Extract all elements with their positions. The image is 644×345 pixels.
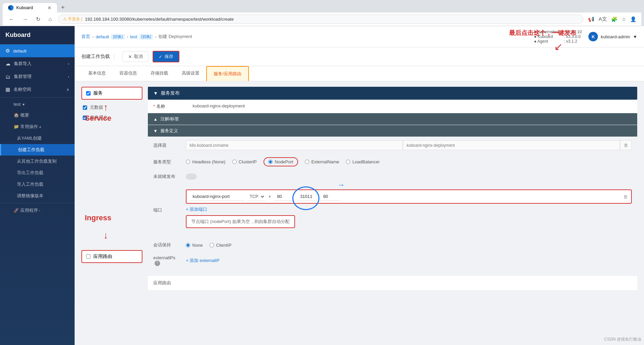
service-type-nodeport[interactable]: NodePort (264, 157, 298, 166)
breadcrumb-test[interactable]: test (130, 34, 137, 39)
annotations-header[interactable]: ▲ 注解/标签 (148, 113, 637, 125)
port-protocol-select[interactable]: TCP (247, 192, 265, 201)
new-tab-button[interactable]: + (58, 3, 67, 13)
translate-icon[interactable]: A文 (598, 15, 608, 23)
back-button[interactable]: ← (7, 16, 16, 23)
port-delete-button[interactable]: 🗑 (623, 194, 628, 199)
user-info[interactable]: K kuboard-admin ▼ (588, 32, 637, 41)
annotations-title: 注解/标签 (160, 116, 179, 122)
app-route-checkbox[interactable] (86, 254, 91, 259)
breadcrumb-switch-tag-1[interactable]: [切换] (111, 34, 124, 40)
cancel-button[interactable]: ✕ 取消 (122, 51, 149, 62)
port-name-input[interactable] (190, 192, 244, 201)
service-def-label: 服务定义 (90, 115, 108, 121)
breadcrumb-current: 创建 Deployment (158, 34, 192, 40)
sidebar-item-cluster-manage[interactable]: 🗂 集群管理 › (0, 70, 75, 83)
add-external-ip-button[interactable]: + 添加 externalIP (186, 258, 219, 264)
home-icon: 🏠 (14, 113, 19, 118)
service-type-radio-group: Headless (None) ClusterIP NodePort Exter… (186, 157, 632, 166)
service-type-externalname[interactable]: ExternalName (305, 159, 339, 164)
sidebar-item-create-workload[interactable]: 创建工作负载 (0, 144, 75, 156)
header-bar: 首页 › default [切换] › test [切换] › 创建 Deplo… (75, 26, 644, 47)
sidebar-item-adjust-image[interactable]: 调整镜像版本 (0, 190, 75, 202)
external-ips-content: + 添加 externalIP (186, 258, 219, 264)
save-button[interactable]: ✓ 保存 (153, 51, 179, 62)
service-def-checkbox[interactable] (83, 116, 87, 120)
breadcrumb-home[interactable]: 首页 (81, 34, 90, 40)
collapse-icon[interactable]: ▼ (153, 90, 158, 96)
sidebar-item-import-workload[interactable]: 导入工作负载 (0, 179, 75, 190)
tab-advanced-settings[interactable]: 高级设置 (175, 66, 206, 81)
selector-row: 选择器 🗑 (148, 137, 637, 154)
tab-favicon: K (8, 5, 14, 11)
left-panel: 服务 ↑ Service 元数据 服务定 (81, 87, 142, 270)
browser-tab[interactable]: K Kuboard ✕ (3, 3, 57, 13)
collapse-icon-annotations: ▲ (153, 117, 158, 122)
sidebar-item-cluster-import[interactable]: ☁ 集群导入 › (0, 57, 75, 70)
tab-title: Kuboard (16, 5, 33, 10)
home-button[interactable]: ⌂ (46, 16, 54, 23)
rocket-icon: 🚀 (14, 208, 19, 213)
browser-extension-icon[interactable]: 🧩 (610, 16, 618, 23)
tabs: 基本信息 容器信息 存储挂载 高级设置 服务/应用路由 (75, 66, 644, 81)
service-publish-header[interactable]: ▼ 服务发布 (148, 87, 637, 100)
tab-close-button[interactable]: ✕ (47, 5, 52, 11)
sidebar-item-namespace[interactable]: ▦ 名称空间 ∧ (0, 83, 75, 96)
sidebar-item-default[interactable]: ⚙ default (0, 44, 75, 57)
service-type-loadbalancer[interactable]: LoadBalancer (346, 159, 379, 164)
metadata-label: 元数据 (90, 104, 103, 110)
external-ips-label: externalIPs ? (153, 255, 180, 266)
port-node-container: → (297, 192, 318, 201)
sidebar-item-overview[interactable]: 🏠 概要 (0, 109, 75, 121)
sidebar: Kuboard ⚙ default ☁ 集群导入 › 🗂 集群管理 › ▦ 名称… (0, 26, 75, 345)
sidebar-item-common-ops[interactable]: 📁 常用操作 ∧ (0, 121, 75, 133)
selector-value-input[interactable] (403, 140, 620, 150)
sidebar-item-label: default (13, 48, 26, 54)
settings-icon: ⚙ (5, 48, 10, 54)
grid-icon: ▦ (5, 86, 10, 93)
selector-delete-button[interactable]: 🗑 (620, 140, 632, 150)
metadata-checkbox[interactable] (83, 105, 87, 110)
session-radio-group: None ClientIP (186, 243, 632, 248)
user-profile-icon[interactable]: 👤 (629, 16, 637, 23)
forward-button[interactable]: → (20, 16, 30, 23)
external-ips-help-icon[interactable]: ? (155, 261, 160, 266)
breadcrumb-switch-tag-2[interactable]: [切换] (139, 34, 153, 40)
port-row: TCP ▼ (186, 189, 632, 204)
add-port-button[interactable]: + 添加端口 (186, 206, 207, 212)
session-row: 会话保持 None ClientIP (148, 239, 637, 252)
toolbar: 创建工作负载 ✕ 取消 ✓ 保存 (75, 47, 644, 66)
sidebar-item-app[interactable]: 🚀 应用程序 › (0, 205, 75, 216)
port-node-input[interactable] (297, 192, 318, 201)
service-type-clusterip[interactable]: ClusterIP (232, 159, 257, 164)
sidebar-item-test[interactable]: test ▼ (0, 99, 75, 109)
port-target-input[interactable] (320, 192, 341, 201)
tab-basic-info[interactable]: 基本信息 (81, 66, 113, 81)
session-none[interactable]: None (186, 243, 203, 248)
port-container-input[interactable] (274, 192, 295, 201)
read-aloud-icon[interactable]: 📢 (587, 16, 595, 23)
address-bar[interactable]: ⚠ 不安全 | 192.168.184.100:30080/kubernetes… (58, 15, 583, 24)
breadcrumb-default[interactable]: default (96, 34, 109, 39)
refresh-button[interactable]: ↻ (34, 15, 42, 23)
service-checkbox[interactable] (86, 91, 91, 96)
watermark: CSDN @摸鱼打酱油 (604, 337, 641, 342)
sidebar-item-yaml-create[interactable]: 从YAML创建 (0, 133, 75, 144)
selector-key-input[interactable] (186, 140, 403, 150)
protocol-arrow: ▼ (268, 195, 272, 199)
chevron-right-icon: › (68, 62, 69, 66)
service-def-header[interactable]: ▼ 服务定义 (148, 125, 637, 137)
save-check-icon: ✓ (159, 54, 162, 59)
unpublished-toggle[interactable] (186, 174, 197, 180)
service-type-headless[interactable]: Headless (None) (186, 159, 226, 164)
favorites-icon[interactable]: ☆ (621, 16, 627, 23)
sidebar-item-copy-workload[interactable]: 从其他工作负载复制 (0, 156, 75, 167)
tab-service-route[interactable]: 服务/应用路由 (206, 66, 249, 81)
tab-container-info[interactable]: 容器信息 (113, 66, 144, 81)
session-label: 会话保持 (153, 242, 180, 248)
sidebar-item-export-workload[interactable]: 导出工作负载 (0, 167, 75, 179)
session-clientip[interactable]: ClientIP (210, 243, 232, 248)
tab-storage-mount[interactable]: 存储挂载 (144, 66, 175, 81)
folder-icon: 📁 (14, 124, 19, 129)
sidebar-logo: Kuboard (0, 26, 75, 44)
